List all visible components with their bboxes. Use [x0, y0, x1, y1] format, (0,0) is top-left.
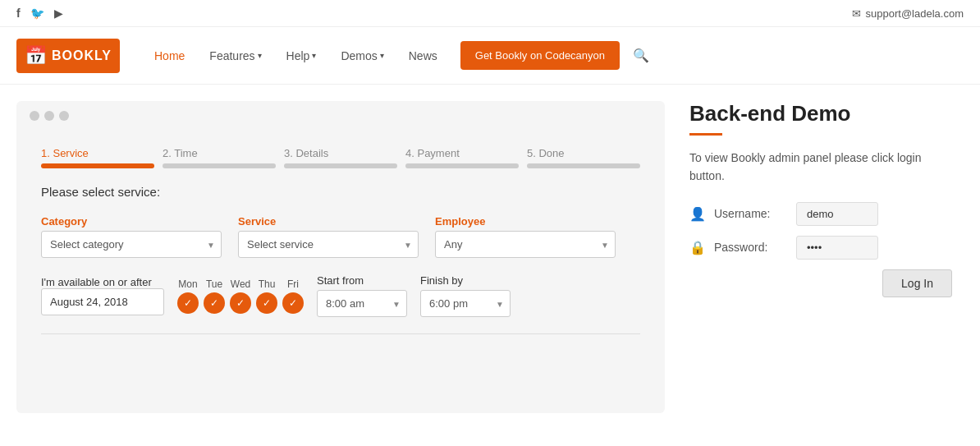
day-mon-label: Mon — [178, 278, 197, 290]
password-label: Password: — [714, 241, 788, 254]
youtube-link[interactable]: ▶ — [54, 7, 63, 20]
category-select[interactable]: Select category — [41, 231, 222, 258]
day-fri: Fri ✓ — [282, 278, 304, 314]
dot-1 — [30, 111, 39, 121]
day-mon-circle[interactable]: ✓ — [177, 292, 199, 314]
page-content: 1. Service 2. Time 3. Details — [0, 85, 980, 430]
nav-features[interactable]: Features ▾ — [199, 43, 271, 69]
finish-time-label: Finish by — [420, 274, 511, 287]
day-thu-label: Thu — [259, 278, 276, 290]
password-row: 🔒 Password: •••• — [689, 236, 952, 260]
booking-widget: 1. Service 2. Time 3. Details — [16, 101, 665, 413]
step-2: 2. Time — [163, 147, 276, 168]
please-select-text: Please select service: — [41, 185, 640, 199]
day-wed-label: Wed — [231, 278, 250, 290]
search-icon[interactable]: 🔍 — [633, 48, 649, 63]
social-links: f 🐦 ▶ — [16, 7, 63, 20]
service-label: Service — [238, 215, 419, 228]
nav-demos[interactable]: Demos ▾ — [331, 43, 393, 69]
employee-group: Employee Any — [435, 215, 616, 258]
mail-icon: ✉ — [852, 7, 861, 20]
lock-icon: 🔒 — [689, 240, 706, 255]
availability-row: I'm available on or after Mon ✓ Tue ✓ We… — [41, 274, 640, 317]
finish-time-select-wrapper: 6:00 pm — [420, 290, 511, 317]
date-input[interactable] — [41, 288, 164, 315]
service-select-wrapper: Select service — [238, 231, 419, 258]
step-3-label: 3. Details — [284, 147, 397, 159]
sidebar: Back-end Demo To view Bookly admin panel… — [689, 101, 952, 413]
employee-label: Employee — [435, 215, 616, 228]
category-label: Category — [41, 215, 222, 228]
logo-text: BOOKLY — [52, 48, 112, 63]
step-2-bar — [163, 163, 276, 168]
sidebar-title: Back-end Demo — [689, 101, 952, 126]
step-1-label: 1. Service — [41, 147, 154, 159]
demos-chevron: ▾ — [380, 51, 384, 60]
step-4-bar — [405, 163, 519, 168]
username-row: 👤 Username: demo — [689, 202, 952, 226]
steps-row: 1. Service 2. Time 3. Details — [41, 147, 640, 168]
step-3: 3. Details — [284, 147, 397, 168]
login-form: 👤 Username: demo 🔒 Password: •••• Log In — [689, 202, 952, 297]
day-thu: Thu ✓ — [256, 278, 277, 314]
employee-select-wrapper: Any — [435, 231, 616, 258]
start-time-label: Start from — [317, 274, 407, 287]
widget-body: 1. Service 2. Time 3. Details — [16, 131, 665, 351]
nav-help[interactable]: Help ▾ — [277, 43, 327, 69]
support-email-area: ✉ support@ladela.com — [852, 7, 964, 20]
category-select-wrapper: Select category — [41, 231, 222, 258]
username-label: Username: — [714, 207, 788, 220]
sidebar-description: To view Bookly admin panel please click … — [689, 149, 952, 186]
day-fri-label: Fri — [287, 278, 299, 290]
nav-news[interactable]: News — [399, 43, 447, 69]
facebook-link[interactable]: f — [16, 7, 21, 20]
features-chevron: ▾ — [258, 51, 262, 60]
password-value: •••• — [796, 236, 878, 260]
employee-select[interactable]: Any — [435, 231, 616, 258]
navbar: 📅 BOOKLY Home Features ▾ Help ▾ Demos ▾ … — [0, 27, 980, 85]
day-wed: Wed ✓ — [230, 278, 251, 314]
service-select[interactable]: Select service — [238, 231, 419, 258]
finish-time-select[interactable]: 6:00 pm — [420, 290, 511, 317]
day-tue-label: Tue — [206, 278, 222, 290]
step-3-bar — [284, 163, 397, 168]
step-4-label: 4. Payment — [405, 147, 519, 159]
day-mon: Mon ✓ — [177, 278, 199, 314]
start-time-select-wrapper: 8:00 am — [317, 290, 407, 317]
day-fri-circle[interactable]: ✓ — [282, 292, 304, 314]
service-group: Service Select service — [238, 215, 419, 258]
dot-3 — [59, 111, 69, 121]
nav-links: Home Features ▾ Help ▾ Demos ▾ News Get … — [144, 41, 964, 70]
sidebar-underline — [689, 133, 722, 136]
service-fields-row: Category Select category Service Select … — [41, 215, 640, 258]
nav-home[interactable]: Home — [144, 43, 195, 69]
login-button[interactable]: Log In — [882, 269, 952, 297]
step-1: 1. Service — [41, 147, 154, 168]
user-icon: 👤 — [689, 206, 706, 222]
logo-icon: 📅 — [25, 45, 47, 67]
top-bar: f 🐦 ▶ ✉ support@ladela.com — [0, 0, 980, 27]
step-5: 5. Done — [527, 147, 640, 168]
widget-titlebar — [16, 101, 665, 131]
username-value: demo — [796, 202, 878, 226]
twitter-link[interactable]: 🐦 — [30, 7, 44, 20]
availability-label: I'm available on or after — [41, 276, 164, 288]
step-5-label: 5. Done — [527, 147, 640, 159]
start-time-select[interactable]: 8:00 am — [317, 290, 407, 317]
category-group: Category Select category — [41, 215, 222, 258]
step-4: 4. Payment — [405, 147, 519, 168]
divider — [41, 333, 640, 334]
cta-button[interactable]: Get Bookly on Codecanyon — [460, 41, 620, 70]
finish-time-group: Finish by 6:00 pm — [420, 274, 511, 317]
day-thu-circle[interactable]: ✓ — [256, 292, 277, 314]
day-tue-circle[interactable]: ✓ — [204, 292, 225, 314]
day-checks: Mon ✓ Tue ✓ Wed ✓ Thu ✓ — [177, 278, 304, 314]
day-tue: Tue ✓ — [204, 278, 225, 314]
logo[interactable]: 📅 BOOKLY — [16, 39, 120, 73]
day-wed-circle[interactable]: ✓ — [230, 292, 251, 314]
support-email: support@ladela.com — [866, 7, 964, 20]
start-time-group: Start from 8:00 am — [317, 274, 407, 317]
availability-label-group: I'm available on or after — [41, 276, 164, 315]
step-5-bar — [527, 163, 640, 168]
help-chevron: ▾ — [312, 51, 316, 60]
